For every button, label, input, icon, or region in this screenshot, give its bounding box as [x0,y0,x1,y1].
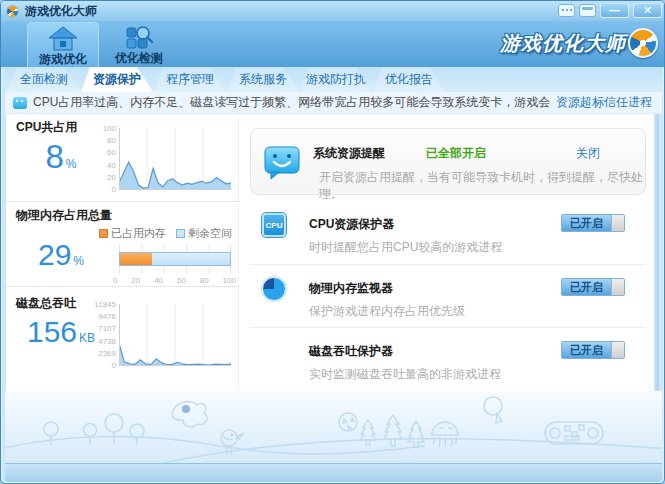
tab-bar: 全面检测 资源保护 程序管理 系统服务 游戏防打扰 优化报告 [5,67,662,92]
memory-section-title: 物理内存占用总量 [16,207,112,224]
disk-throughput-section: 磁盘总吞吐 156KB 1184594767107473823690 [6,286,239,391]
memory-pie-icon [262,277,286,301]
footer-strip [5,463,662,482]
header-logo-text: 游戏优化大师 [500,30,626,57]
skin-icon[interactable] [579,4,596,17]
cpu-protector-toggle[interactable]: 已开启 [561,214,625,232]
swirl-logo-icon [628,28,658,58]
axis-tick: 7107 [98,324,116,333]
memory-usage-value: 29% [18,238,104,272]
cpu-chip-icon: CPU [262,213,286,237]
memory-x-axis: 020406080100 [113,276,236,285]
tab-system-service[interactable]: 系统服务 [227,67,299,92]
axis-tick: 40 [154,276,163,285]
axis-tick: 80 [200,276,209,285]
memory-usage-section: 物理内存占用总量 已占用内存 剩余空间 29% 020406080100 [6,201,239,286]
scrollbar[interactable] [654,114,659,391]
notice-text: CPU占用率过高、内存不足、磁盘读写过于频繁、网络带宽占用较多可能会导致系统变卡… [33,94,550,111]
disk-y-axis: 1184594767107473823690 [82,300,116,370]
disk-area-chart [119,304,231,366]
toggle-knob [611,215,624,231]
home-icon [28,23,98,52]
protector-title: 磁盘吞吐保护器 [309,343,393,360]
axis-tick: 60 [177,276,186,285]
header: 游戏优化 优化检测 游戏优化大师 [1,21,665,67]
tab-optimize-report[interactable]: 优化报告 [373,67,445,92]
memory-bar-chart [119,244,231,274]
axis-tick: 40 [107,161,116,170]
round-trees-doodle [44,414,144,445]
magnifier-doodle [484,397,502,423]
jellyfish-doodle [432,422,458,447]
cpu-area-chart [119,128,231,190]
protector-description: 时时提醒您占用CPU较高的游戏进程 [309,239,502,256]
minimize-button[interactable]: — [600,3,629,18]
axis-tick: 11845 [94,300,116,309]
memory-monitor-row: 物理内存监视器 保护游戏进程内存占用优先级 已开启 [250,264,646,327]
rocket-doodle [172,402,207,427]
notice-bar: CPU占用率过高、内存不足、磁盘读写过于频繁、网络带宽占用较多可能会导致系统变卡… [5,92,662,114]
tab-program-manage[interactable]: 程序管理 [154,67,226,92]
protector-title: CPU资源保护器 [309,216,394,233]
axis-tick: 4738 [98,337,116,346]
reminder-description: 开启资源占用提醒，当有可能导致卡机时，得到提醒，尽快处理。 [319,169,645,203]
toggle-knob [611,342,624,358]
axis-tick: 100 [103,124,116,133]
cookie-doodle [339,413,357,431]
cpu-y-axis: 100806040200 [92,124,116,194]
memory-bar [119,252,231,266]
axis-tick: 80 [107,136,116,145]
smiley-bubble-icon [263,143,301,185]
header-logo: 游戏优化大师 [500,28,658,58]
axis-tick: 60 [107,148,116,157]
main-content: CPU共占用 8% 100806040200 物理内存占用总量 已占用内存 剩余… [6,114,654,391]
axis-tick: 2369 [98,349,116,358]
nav-label: 优化检测 [103,51,175,66]
title-bar: 游戏优化大师 — ✕ [1,1,665,21]
feedback-icon[interactable] [558,4,575,17]
close-button[interactable]: ✕ [633,3,662,18]
smiley-bubble-icon [13,97,27,109]
axis-tick: 9476 [98,312,116,321]
memory-free-bar [152,253,230,265]
toggle-knob [611,279,624,295]
nav-game-optimize[interactable]: 游戏优化 [27,22,99,67]
cpu-section-title: CPU共占用 [16,119,77,136]
memory-legend: 已占用内存 剩余空间 [99,226,232,241]
free-swatch [176,229,185,238]
tab-full-detect[interactable]: 全面检测 [8,67,80,92]
tab-resource-protect[interactable]: 资源保护 [81,67,153,92]
app-window: 游戏优化大师 — ✕ 游戏优化 [0,0,665,484]
protectors-panel: 系统资源提醒 已全部开启 关闭 开启资源占用提醒，当有可能导致卡机时，得到提醒，… [239,114,654,391]
cpu-protector-row: CPU CPU资源保护器 时时提醒您占用CPU较高的游戏进程 已开启 [250,201,646,264]
system-resource-reminder-box: 系统资源提醒 已全部开启 关闭 开启资源占用提醒，当有可能导致卡机时，得到提醒，… [250,128,646,195]
axis-tick: 20 [107,173,116,182]
bird-doodle [221,430,243,455]
pine-trees-doodle [360,415,424,447]
metrics-panel: CPU共占用 8% 100806040200 物理内存占用总量 已占用内存 剩余… [6,114,239,391]
memory-used-bar [120,253,152,265]
window-controls: — ✕ [558,3,662,18]
protector-description: 保护游戏进程内存占用优先级 [309,303,465,320]
trusted-process-link[interactable]: 资源超标信任进程 [556,94,652,111]
nav-optimize-detect[interactable]: 优化检测 [103,22,175,67]
reminder-status: 已全部开启 [426,145,486,162]
axis-tick: 0 [113,276,117,285]
legend-free: 剩余空间 [176,226,232,241]
cpu-usage-section: CPU共占用 8% 100806040200 [6,114,239,201]
legend-used: 已占用内存 [99,226,166,241]
axis-tick: 0 [112,185,116,194]
memory-monitor-toggle[interactable]: 已开启 [561,278,625,296]
tab-game-nodisturb[interactable]: 游戏防打扰 [300,67,372,92]
footer-artwork [5,391,662,463]
axis-tick: 100 [223,276,236,285]
reminder-close-link[interactable]: 关闭 [576,145,600,162]
window-title: 游戏优化大师 [25,3,97,20]
nav-label: 游戏优化 [28,52,98,67]
disk-protector-row: 磁盘吞吐保护器 实时监测磁盘吞吐量高的非游戏进程 已开启 [250,327,646,390]
protector-title: 物理内存监视器 [309,280,393,297]
used-swatch [99,229,108,238]
app-logo-icon [6,5,19,18]
reminder-title: 系统资源提醒 [313,145,385,162]
disk-protector-toggle[interactable]: 已开启 [561,341,625,359]
